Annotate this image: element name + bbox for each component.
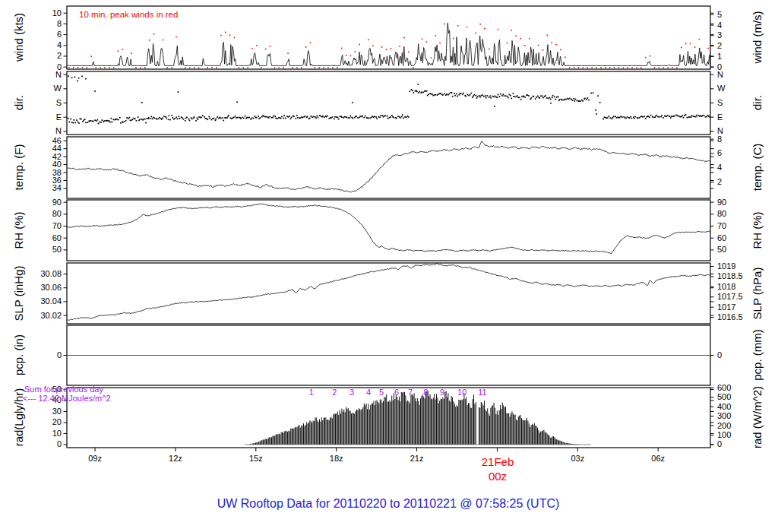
wind-peak-dot (413, 67, 414, 68)
wind-peak-dot (600, 67, 602, 68)
rad-bar (553, 436, 554, 445)
dir-point (116, 119, 118, 120)
wind-peak-dot (185, 67, 186, 68)
dir-point (182, 117, 183, 119)
wind-peak-dot (578, 67, 580, 68)
dir-point (604, 116, 606, 118)
dir-point (590, 93, 592, 94)
rad-bar (305, 425, 306, 445)
rad-bar (526, 420, 527, 445)
dir-point (179, 116, 180, 118)
wind-peak-dot (551, 42, 552, 43)
rad-bar (302, 426, 303, 445)
dir-point (663, 117, 664, 119)
rad-bar (290, 429, 291, 445)
dir-point (264, 116, 266, 118)
dir-point (519, 97, 520, 99)
rad-bar (340, 410, 340, 445)
y-tick-label: N (55, 70, 62, 79)
dir-point (228, 115, 229, 116)
dir-point (340, 116, 341, 118)
rad-bar (549, 435, 549, 445)
rad-bar (418, 401, 419, 445)
dir-point (631, 118, 633, 119)
rad-bar (299, 425, 299, 445)
y-tick-label: 5 (717, 10, 722, 19)
dir-point (472, 97, 473, 98)
rad-bar (398, 400, 399, 445)
dir-point (666, 116, 667, 117)
wind-peak-dot (68, 67, 70, 68)
rad-bar (542, 432, 542, 445)
wind-peak-dot (422, 38, 423, 40)
dir-point (100, 122, 102, 123)
dir-point (375, 116, 377, 118)
y-tick-label: 30.06 (40, 283, 62, 292)
dir-point (349, 117, 351, 119)
rad-bar (521, 418, 522, 445)
wind-peak-dot (466, 27, 468, 28)
rad-bar (308, 423, 309, 445)
dir-point (334, 119, 335, 120)
rad-bar (563, 442, 564, 445)
dir-point (564, 99, 565, 100)
dir-point (582, 100, 584, 102)
y-tick-label: 1018.5 (717, 271, 743, 280)
dir-point (379, 117, 381, 119)
rad-bar (391, 402, 391, 445)
dir-point (313, 116, 315, 118)
dir-point (315, 117, 317, 119)
dir-point (334, 116, 336, 118)
dir-point (96, 119, 98, 121)
dir-point (421, 91, 422, 93)
dir-point (222, 117, 223, 119)
dir-point (74, 76, 76, 78)
wind-peak-dot (225, 32, 226, 33)
wind-peak-dot (305, 46, 307, 48)
rad-bar (550, 438, 551, 445)
rad-bar (364, 404, 365, 445)
wind-peak-dot (350, 55, 352, 57)
wind-peak-dot (279, 67, 280, 68)
dir-point (588, 100, 590, 101)
rad-bar (317, 420, 318, 445)
rad-bar (406, 401, 407, 445)
dir-point (378, 116, 380, 118)
dir-point (72, 122, 74, 124)
dir-point (578, 100, 580, 102)
rad-bar (517, 420, 517, 445)
dir-point (558, 97, 559, 98)
rad-bar (378, 404, 379, 445)
dir-point (354, 117, 356, 119)
dir-point (413, 92, 414, 93)
rad-bar (308, 423, 308, 445)
rad-bar (564, 442, 565, 445)
dir-point (171, 115, 172, 116)
dir-point (271, 117, 273, 119)
dir-point (641, 116, 643, 117)
dir-point (565, 99, 567, 100)
rad-bar (277, 434, 277, 445)
rad-bar (490, 408, 491, 445)
y-tick-label: 6 (57, 30, 62, 39)
rad-bar (385, 397, 386, 445)
dir-point (621, 116, 623, 118)
rad-bar (311, 421, 312, 445)
wind-peak-dot (270, 46, 271, 47)
wind-peak-dot (153, 33, 155, 35)
rad-bar (479, 407, 479, 445)
wind-peak-dot (391, 48, 392, 49)
wind-peak-dot (542, 49, 544, 51)
wind-peak-dot (694, 46, 696, 48)
y-tick-label: 50 (52, 245, 62, 254)
dir-point (476, 97, 478, 99)
dir-point (470, 93, 472, 94)
dir-point (574, 99, 576, 100)
dir-point (82, 121, 84, 122)
dir-point (251, 118, 253, 119)
wind-peak-dot (301, 67, 302, 68)
rad-bar (266, 439, 267, 445)
rad-bar (419, 405, 420, 445)
rad-bar (492, 405, 493, 445)
dir-point (497, 97, 498, 98)
